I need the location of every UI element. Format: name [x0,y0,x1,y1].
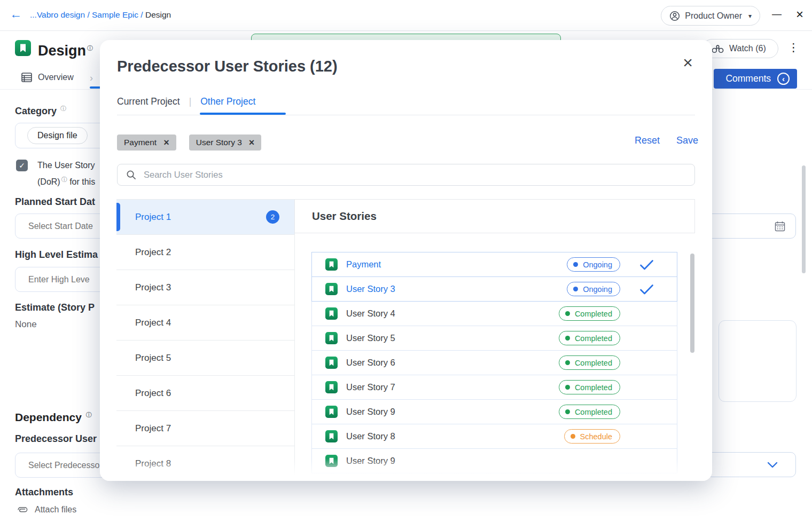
filter-chip: User Story 3× [189,135,262,151]
stories-header: User Stories [294,199,695,233]
status-dot-icon [565,409,570,414]
chip-remove-icon[interactable]: × [163,138,169,147]
story-row[interactable]: User Story 9Completed [311,399,677,424]
status-label: Completed [575,408,612,416]
planned-end-date-field[interactable] [706,213,796,239]
modal-close-icon[interactable]: × [683,54,693,71]
page-scrollbar[interactable] [802,165,806,273]
category-label: Category ⓘ [15,105,66,117]
reset-button[interactable]: Reset [635,135,660,146]
tabs-divider [117,115,695,115]
story-name: User Story 9 [346,456,395,466]
check-icon [639,259,654,270]
dependency-heading: Dependency ⓘ [15,411,92,424]
story-row[interactable]: User Story 9 [311,448,677,473]
story-row[interactable]: User Story 8Schedule [311,424,677,449]
description-box[interactable] [719,320,797,402]
watch-button[interactable]: Watch (6) [702,39,778,58]
attach-files-label: Attach files [35,505,76,515]
selected-indicator [116,203,120,231]
story-name: User Story 5 [346,333,395,343]
story-icon [325,381,338,393]
project-row[interactable]: Project 7 [116,411,294,446]
more-menu-icon[interactable]: ⋮ [788,41,799,54]
attach-files-button[interactable]: Attach files [16,505,76,515]
project-row[interactable]: Project 12 [116,200,294,235]
modal-tabs: Current Project|Other Project [117,96,255,107]
story-name: User Story 9 [346,407,395,417]
story-icon [15,40,31,56]
story-row[interactable]: User Story 3Ongoing [311,276,677,302]
filter-chip: Payment× [117,135,176,151]
project-row[interactable]: Project 4 [116,305,294,341]
check-slot [620,284,673,295]
story-icon [325,332,338,344]
story-list-scrollbar[interactable] [690,254,694,353]
project-name: Project 3 [135,282,171,293]
status-dot-icon [565,385,570,390]
search-input[interactable] [144,170,686,180]
modal-tab-other-project[interactable]: Other Project [200,96,255,107]
collapse-chevron-icon: ‹ [777,73,790,85]
filter-chip-label: User Story 3 [196,138,242,147]
window-titlebar: ← ...Vabro design / Sample Epic / Design… [0,0,812,31]
breadcrumb: ...Vabro design / Sample Epic / Design [30,10,171,20]
status-badge: Completed [559,306,620,321]
status-badge: Completed [559,355,620,370]
high-level-estimate-label: High Level Estima [15,249,98,260]
info-icon: ⓘ [60,105,66,112]
project-row[interactable]: Project 3 [116,270,294,305]
project-row[interactable]: Project 2 [116,235,294,270]
project-name: Project 8 [135,458,171,469]
status-badge: Ongoing [567,257,620,272]
status-label: Completed [575,310,612,318]
status-label: Completed [575,334,612,343]
story-row[interactable]: User Story 7Completed [311,375,677,400]
role-selector[interactable]: Product Owner ▾ [661,6,760,26]
dor-text: The User Story (DoR)ⓘ for this [37,159,95,189]
project-row[interactable]: Project 5 [116,341,294,376]
estimate-label: Estimate (Story P [15,302,95,313]
status-label: Ongoing [583,260,612,269]
list-icon [21,73,32,82]
comments-button[interactable]: Comments ‹ [714,69,797,89]
chip-remove-icon[interactable]: × [249,138,255,147]
story-row[interactable]: User Story 5Completed [311,326,677,351]
role-label: Product Owner [685,11,742,21]
breadcrumb-links[interactable]: ...Vabro design / Sample Epic / [30,10,143,19]
story-name: User Story 4 [346,309,395,319]
user-icon [669,11,680,21]
dor-checkbox[interactable]: ✓ [16,160,28,171]
chevron-down-icon [767,462,778,468]
modal-tab-current-project[interactable]: Current Project [117,96,180,107]
filter-chips: Payment×User Story 3× [117,135,261,151]
story-icon [325,406,338,418]
status-badge: Schedule [564,429,620,444]
story-row[interactable]: PaymentOngoing [311,252,677,277]
story-row[interactable]: User Story 4Completed [311,301,677,326]
save-button[interactable]: Save [676,135,698,146]
story-row[interactable]: User Story 6Completed [311,350,677,375]
search-icon [126,170,136,180]
minimize-button[interactable]: — [772,9,782,20]
breadcrumb-current: Design [145,10,171,19]
predecessor-label: Predecessor User [15,433,97,445]
story-icon [325,258,338,271]
project-name: Project 5 [135,353,171,363]
successor-select[interactable] [706,452,796,477]
tab-overview[interactable]: Overview [21,73,74,82]
project-name: Project 6 [135,388,171,399]
project-row[interactable]: Project 8 [116,446,294,481]
check-slot [620,259,673,270]
status-badge: Ongoing [567,282,620,296]
status-dot-icon [573,262,578,267]
story-name: Payment [346,259,381,270]
back-button[interactable]: ← [10,7,22,21]
window-close-button[interactable]: × [796,7,803,22]
project-row[interactable]: Project 6 [116,376,294,411]
category-chip[interactable]: Design file [27,127,88,144]
calendar-icon [774,220,786,232]
story-name: User Story 3 [346,284,395,294]
project-name: Project 1 [135,212,171,223]
chevron-right-icon[interactable]: › [90,73,93,84]
